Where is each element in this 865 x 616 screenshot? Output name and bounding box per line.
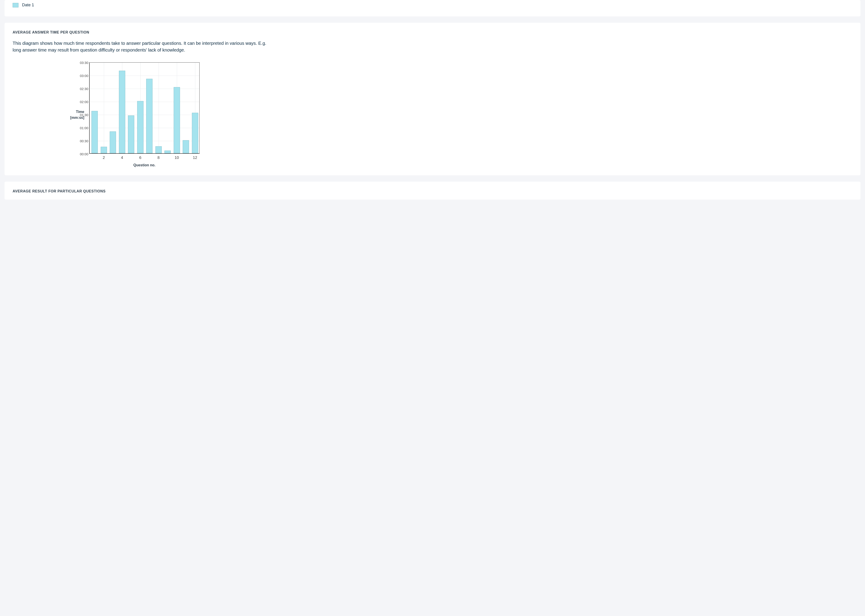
y-tick-label: 00:00	[76, 152, 88, 156]
legend-card: Date 1	[5, 0, 860, 16]
avg-result-card: AVERAGE RESULT FOR PARTICULAR QUESTIONS	[5, 182, 860, 200]
x-tick-label: 2	[103, 153, 105, 160]
bar-q6[interactable]	[137, 101, 143, 153]
legend-label: Date 1	[22, 3, 34, 8]
legend-item[interactable]: Date 1	[13, 3, 852, 8]
y-tick-label: 02:00	[76, 100, 88, 104]
bar-q12[interactable]	[192, 113, 198, 153]
gridline-h	[90, 128, 199, 128]
bar-q9[interactable]	[164, 151, 171, 153]
y-tick-label: 03:30	[76, 61, 88, 64]
bar-q7[interactable]	[146, 79, 153, 153]
bar-q4[interactable]	[119, 71, 125, 153]
y-tick-label: 02:30	[76, 87, 88, 91]
bar-q8[interactable]	[156, 146, 162, 153]
avg-answer-time-card: AVERAGE ANSWER TIME PER QUESTION This di…	[5, 23, 860, 175]
section-heading: AVERAGE ANSWER TIME PER QUESTION	[13, 30, 852, 35]
y-tick-label: 01:30	[76, 113, 88, 117]
bar-q2[interactable]	[101, 147, 107, 153]
bar-q5[interactable]	[128, 115, 134, 153]
y-tick-label: 03:00	[76, 74, 88, 78]
x-tick-label: 8	[158, 153, 159, 160]
y-tick-label: 00:30	[76, 139, 88, 143]
gridline-h	[90, 102, 199, 102]
bar-chart[interactable]: 00:0000:3001:0001:3002:0002:3003:0003:30…	[89, 62, 200, 154]
x-tick-label: 12	[193, 153, 197, 160]
section-description: This diagram shows how much time respond…	[13, 40, 274, 53]
x-axis-title: Question no.	[89, 163, 200, 167]
x-tick-label: 4	[121, 153, 123, 160]
x-tick-label: 10	[175, 153, 179, 160]
bar-q10[interactable]	[174, 87, 180, 153]
gridline-h	[90, 75, 199, 76]
x-tick-label: 6	[139, 153, 141, 160]
legend-swatch	[13, 3, 19, 8]
section-heading-2: AVERAGE RESULT FOR PARTICULAR QUESTIONS	[13, 189, 852, 193]
chart-container: Time [mm:ss] 00:0000:3001:0001:3002:0002…	[13, 62, 852, 170]
bar-q3[interactable]	[110, 132, 116, 153]
bar-q1[interactable]	[91, 111, 98, 153]
bar-q11[interactable]	[183, 140, 189, 153]
y-tick-label: 01:00	[76, 126, 88, 130]
